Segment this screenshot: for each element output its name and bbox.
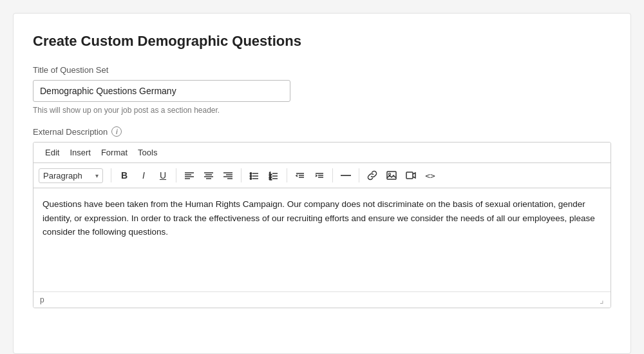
title-field-label: Title of Question Set bbox=[33, 65, 611, 75]
link-button[interactable] bbox=[363, 167, 381, 184]
code-button[interactable]: <> bbox=[421, 167, 439, 184]
align-right-button[interactable] bbox=[219, 167, 237, 184]
video-icon bbox=[406, 170, 416, 181]
divider-2 bbox=[176, 168, 176, 182]
info-icon: i bbox=[111, 126, 122, 137]
underline-button[interactable]: U bbox=[154, 167, 172, 184]
image-icon bbox=[386, 170, 397, 181]
divider-5 bbox=[332, 168, 333, 182]
svg-rect-32 bbox=[406, 172, 413, 179]
svg-rect-30 bbox=[387, 172, 396, 179]
ext-desc-label-text: External Description bbox=[33, 127, 108, 137]
menu-format[interactable]: Format bbox=[96, 146, 133, 159]
rich-text-editor: Edit Insert Format Tools Paragraph ▾ B I… bbox=[33, 142, 611, 308]
align-left-button[interactable] bbox=[180, 167, 198, 184]
editor-toolbar: Paragraph ▾ B I U bbox=[33, 163, 611, 188]
menu-tools[interactable]: Tools bbox=[133, 146, 162, 159]
indent-icon bbox=[314, 170, 325, 181]
editor-footer: p ⌟ bbox=[33, 291, 611, 308]
title-input[interactable] bbox=[33, 80, 290, 102]
outdent-button[interactable] bbox=[291, 167, 309, 184]
unordered-list-button[interactable] bbox=[245, 167, 263, 184]
align-center-icon bbox=[204, 170, 214, 181]
chevron-down-icon: ▾ bbox=[95, 172, 99, 179]
link-icon bbox=[367, 170, 377, 181]
editor-tag-indicator: p bbox=[40, 295, 44, 304]
align-left-icon bbox=[184, 170, 194, 181]
ordered-list-button[interactable]: 1. 2. 3. bbox=[265, 167, 283, 184]
editor-menubar: Edit Insert Format Tools bbox=[33, 143, 611, 163]
italic-button[interactable]: I bbox=[135, 167, 153, 184]
align-right-icon bbox=[223, 170, 233, 181]
svg-point-16 bbox=[250, 178, 251, 179]
resize-handle-icon: ⌟ bbox=[600, 295, 604, 305]
divider-6 bbox=[359, 168, 359, 182]
image-button[interactable] bbox=[383, 167, 401, 184]
align-center-button[interactable] bbox=[200, 167, 218, 184]
svg-point-12 bbox=[250, 173, 251, 174]
divider-3 bbox=[241, 168, 242, 182]
video-button[interactable] bbox=[402, 167, 420, 184]
indent-button[interactable] bbox=[310, 167, 328, 184]
svg-point-14 bbox=[250, 175, 251, 177]
title-hint: This will show up on your job post as a … bbox=[33, 106, 611, 115]
menu-insert[interactable]: Insert bbox=[64, 146, 96, 159]
editor-content-area[interactable]: Questions have been taken from the Human… bbox=[33, 188, 611, 291]
main-card: Create Custom Demographic Questions Titl… bbox=[13, 13, 631, 354]
paragraph-select[interactable]: Paragraph ▾ bbox=[39, 168, 103, 183]
bold-button[interactable]: B bbox=[115, 167, 133, 184]
divider-4 bbox=[287, 168, 287, 182]
hr-button[interactable]: — bbox=[337, 167, 355, 184]
ext-desc-label-row: External Description i bbox=[33, 126, 611, 137]
menu-edit[interactable]: Edit bbox=[40, 146, 64, 159]
unordered-list-icon bbox=[249, 170, 260, 181]
svg-text:3.: 3. bbox=[269, 177, 272, 181]
outdent-icon bbox=[295, 170, 305, 181]
divider-1 bbox=[111, 168, 111, 182]
ordered-list-icon: 1. 2. 3. bbox=[269, 170, 279, 181]
paragraph-label: Paragraph bbox=[43, 171, 82, 181]
page-title: Create Custom Demographic Questions bbox=[33, 33, 611, 50]
